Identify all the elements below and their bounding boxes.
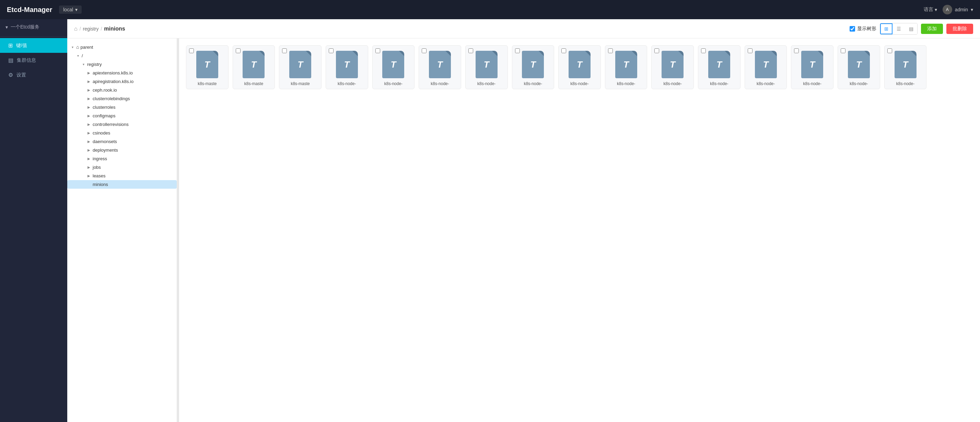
file-name-f7: k8s-node- bbox=[477, 81, 495, 86]
tree-label-leases: leases bbox=[93, 173, 106, 178]
tree-node-daemonsets[interactable]: ▶daemonsets bbox=[67, 137, 177, 146]
env-selector[interactable]: local ▾ bbox=[59, 5, 82, 14]
file-icon-f2: T bbox=[243, 51, 264, 78]
content-area: ⌂ / registry / minions 显示树形 ⊞ ☰ ▤ 添加 批删除 bbox=[67, 19, 980, 422]
tree-arrow-apiregistration: ▶ bbox=[86, 80, 91, 83]
file-checkbox-f15[interactable] bbox=[841, 48, 845, 53]
file-checkbox-f13[interactable] bbox=[748, 48, 752, 53]
file-item-f2[interactable]: T k8s-maste bbox=[233, 45, 275, 89]
tree-label-minions: minions bbox=[93, 182, 108, 187]
file-item-f10[interactable]: T k8s-node- bbox=[605, 45, 648, 89]
file-checkbox-f12[interactable] bbox=[701, 48, 706, 53]
file-icon-wrapper-f11: T bbox=[660, 50, 685, 79]
tree-node-registry[interactable]: ▾registry bbox=[67, 60, 177, 68]
file-item-f5[interactable]: T k8s-node- bbox=[372, 45, 415, 89]
file-checkbox-f11[interactable] bbox=[654, 48, 659, 53]
tree-node-apiextensions[interactable]: ▶apiextensions.k8s.io bbox=[67, 68, 177, 77]
tree-node-apiregistration[interactable]: ▶apiregistration.k8s.io bbox=[67, 77, 177, 86]
file-item-f8[interactable]: T k8s-node- bbox=[512, 45, 555, 89]
file-checkbox-f6[interactable] bbox=[422, 48, 426, 53]
tree-node-ceph[interactable]: ▶ceph.rook.io bbox=[67, 86, 177, 94]
file-item-f9[interactable]: T k8s-node- bbox=[558, 45, 601, 89]
view-detail-button[interactable]: ▤ bbox=[905, 23, 917, 34]
header: Etcd-Manager local ▾ 语言 ▾ A admin ▾ bbox=[0, 0, 980, 19]
file-checkbox-f9[interactable] bbox=[562, 48, 566, 53]
file-item-f15[interactable]: T k8s-node- bbox=[838, 45, 880, 89]
tree-node-clusterroles[interactable]: ▶clusterroles bbox=[67, 103, 177, 111]
file-checkbox-f8[interactable] bbox=[515, 48, 520, 53]
show-tree-label[interactable]: 显示树形 bbox=[850, 26, 877, 32]
file-icon-wrapper-f10: T bbox=[614, 50, 639, 79]
file-name-f14: k8s-node- bbox=[803, 81, 821, 86]
tree-arrow-jobs: ▶ bbox=[86, 166, 91, 169]
file-item-f11[interactable]: T k8s-node- bbox=[651, 45, 694, 89]
tree-label-registry: registry bbox=[87, 62, 102, 67]
tree-node-minions[interactable]: minions bbox=[67, 180, 177, 189]
file-item-f13[interactable]: T k8s-node- bbox=[745, 45, 787, 89]
file-icon-wrapper-f4: T bbox=[334, 50, 359, 79]
tree-arrow-ingress: ▶ bbox=[86, 157, 91, 161]
file-checkbox-f7[interactable] bbox=[468, 48, 473, 53]
file-letter-f14: T bbox=[810, 59, 815, 70]
file-checkbox-f16[interactable] bbox=[887, 48, 892, 53]
sidebar-item-cluster[interactable]: ▤ 集群信息 bbox=[0, 53, 67, 68]
tree-node-configmaps[interactable]: ▶configmaps bbox=[67, 111, 177, 120]
env-label: local bbox=[63, 7, 73, 12]
file-name-f13: k8s-node- bbox=[757, 81, 775, 86]
show-tree-checkbox[interactable] bbox=[850, 26, 855, 32]
file-letter-f9: T bbox=[577, 59, 582, 70]
breadcrumb-home-icon[interactable]: ⌂ bbox=[74, 26, 78, 32]
file-icon-wrapper-f8: T bbox=[520, 50, 545, 79]
tree-node-parent[interactable]: ▾⌂parent bbox=[67, 43, 177, 51]
file-icon-wrapper-f6: T bbox=[428, 50, 452, 79]
tree-node-controllerrevisions[interactable]: ▶controllerrevisions bbox=[67, 120, 177, 129]
file-icon-f14: T bbox=[801, 51, 823, 78]
header-right: 语言 ▾ A admin ▾ bbox=[924, 5, 973, 14]
tree-label-csinodes: csinodes bbox=[93, 131, 110, 135]
file-item-f12[interactable]: T k8s-node- bbox=[698, 45, 740, 89]
file-checkbox-f10[interactable] bbox=[608, 48, 613, 53]
file-item-f1[interactable]: T k8s-maste bbox=[186, 45, 229, 89]
tree-node-slash[interactable]: ▾/ bbox=[67, 51, 177, 60]
file-item-f6[interactable]: T k8s-node- bbox=[418, 45, 461, 89]
tree-node-ingress[interactable]: ▶ingress bbox=[67, 154, 177, 163]
file-checkbox-f1[interactable] bbox=[189, 48, 194, 53]
tree-arrow-slash: ▾ bbox=[75, 54, 80, 57]
file-item-f3[interactable]: T k8s-maste bbox=[279, 45, 321, 89]
file-checkbox-f5[interactable] bbox=[375, 48, 380, 53]
file-item-f16[interactable]: T k8s-node- bbox=[884, 45, 927, 89]
file-checkbox-f3[interactable] bbox=[282, 48, 287, 53]
sidebar-item-settings[interactable]: ⚙ 设置 bbox=[0, 68, 67, 82]
tree-node-deployments[interactable]: ▶deployments bbox=[67, 146, 177, 154]
lang-selector[interactable]: 语言 ▾ bbox=[924, 6, 937, 13]
file-item-f4[interactable]: T k8s-node- bbox=[326, 45, 368, 89]
file-icon-f6: T bbox=[429, 51, 451, 78]
file-letter-f1: T bbox=[205, 59, 210, 70]
header-left: Etcd-Manager local ▾ bbox=[7, 5, 82, 14]
sidebar-item-kv[interactable]: ⊞ 键/值 bbox=[0, 38, 67, 53]
user-selector[interactable]: A admin ▾ bbox=[943, 5, 973, 14]
sidebar-section-etcd[interactable]: ▾ 一个Etcd服务 bbox=[0, 19, 67, 35]
tree-node-leases[interactable]: ▶leases bbox=[67, 172, 177, 180]
file-letter-f15: T bbox=[856, 59, 862, 70]
tree-node-jobs[interactable]: ▶jobs bbox=[67, 163, 177, 172]
file-checkbox-f14[interactable] bbox=[794, 48, 799, 53]
kv-icon: ⊞ bbox=[8, 42, 13, 49]
view-list-button[interactable]: ☰ bbox=[892, 23, 905, 34]
tree-node-clusterrolebindings[interactable]: ▶clusterrolebindings bbox=[67, 94, 177, 103]
add-button[interactable]: 添加 bbox=[921, 24, 943, 34]
sidebar: ▾ 一个Etcd服务 ⊞ 键/值 ▤ 集群信息 ⚙ 设置 bbox=[0, 19, 67, 422]
tree-pane: ▾⌂parent▾/▾registry▶apiextensions.k8s.io… bbox=[67, 38, 177, 422]
cluster-label: 集群信息 bbox=[17, 57, 36, 64]
tree-arrow-configmaps: ▶ bbox=[86, 114, 91, 118]
breadcrumb-registry[interactable]: registry bbox=[83, 26, 99, 32]
file-icon-f8: T bbox=[522, 51, 544, 78]
batch-delete-button[interactable]: 批删除 bbox=[947, 24, 973, 34]
file-icon-wrapper-f3: T bbox=[288, 50, 313, 79]
file-checkbox-f2[interactable] bbox=[236, 48, 240, 53]
file-checkbox-f4[interactable] bbox=[329, 48, 334, 53]
file-item-f7[interactable]: T k8s-node- bbox=[465, 45, 508, 89]
view-grid-button[interactable]: ⊞ bbox=[880, 23, 892, 34]
file-item-f14[interactable]: T k8s-node- bbox=[791, 45, 834, 89]
tree-node-csinodes[interactable]: ▶csinodes bbox=[67, 129, 177, 137]
